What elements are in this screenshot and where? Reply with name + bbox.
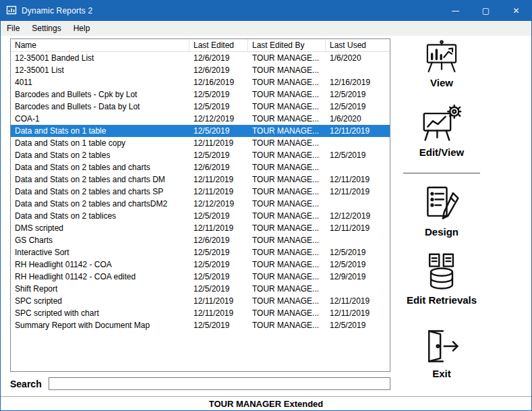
menubar: File Settings Help xyxy=(1,21,531,36)
cell-last-used: 1/6/2020 xyxy=(326,52,390,64)
view-button[interactable]: View xyxy=(423,39,460,88)
cell-last-used: 12/11/2019 xyxy=(326,173,390,186)
cell-last-edited: 12/6/2019 xyxy=(189,52,248,64)
table-row[interactable]: SPC scripted with chart 12/11/2019 TOUR … xyxy=(11,307,390,319)
column-header-last-edited[interactable]: Last Edited xyxy=(189,39,248,52)
cell-name: Data and Stats on 2 tablices xyxy=(11,210,189,222)
cell-last-edited-by: TOUR MANAGE... xyxy=(248,88,326,101)
cell-last-edited: 12/6/2019 xyxy=(189,234,248,246)
cell-last-edited: 12/5/2019 xyxy=(189,125,248,137)
cell-name: Summary Report with Document Map xyxy=(11,319,189,331)
report-list: Name Last Edited Last Edited By Last Use… xyxy=(10,38,390,372)
cell-name: 12-35001 Banded List xyxy=(11,52,189,64)
cell-last-used xyxy=(326,137,390,149)
edit-view-chart-gear-icon xyxy=(421,105,462,145)
cell-last-edited-by: TOUR MANAGE... xyxy=(248,307,326,319)
cell-name: SPC scripted with chart xyxy=(11,307,189,319)
table-row[interactable]: Barcodes and Bullets - Cpk by Lot 12/5/2… xyxy=(11,88,390,101)
table-row[interactable]: SPC scripted 12/11/2019 TOUR MANAGE... 1… xyxy=(11,295,390,307)
table-row[interactable]: Data and Stats on 1 table 12/5/2019 TOUR… xyxy=(11,125,390,137)
exit-label: Exit xyxy=(432,368,451,379)
cell-last-edited: 12/11/2019 xyxy=(189,222,248,234)
cell-last-edited: 12/5/2019 xyxy=(189,258,248,271)
window-title: Dynamic Reports 2 xyxy=(22,6,92,16)
edit-retrievals-database-icon xyxy=(421,252,462,293)
cell-last-used xyxy=(326,234,390,246)
edit-retrievals-button[interactable]: Edit Retrievals xyxy=(407,252,477,306)
cell-last-edited-by: TOUR MANAGE... xyxy=(248,64,326,76)
cell-last-edited-by: TOUR MANAGE... xyxy=(248,198,326,210)
search-row: Search xyxy=(10,377,390,390)
cell-last-edited-by: TOUR MANAGE... xyxy=(248,222,326,234)
edit-retrievals-label: Edit Retrievals xyxy=(407,294,477,306)
main-area: Name Last Edited Last Edited By Last Use… xyxy=(1,36,531,396)
table-row[interactable]: Summary Report with Document Map 12/5/20… xyxy=(11,319,390,331)
cell-name: Data and Stats on 2 tables and charts DM xyxy=(11,173,189,186)
status-text: TOUR MANAGER Extended xyxy=(209,399,324,409)
table-row[interactable]: Data and Stats on 2 tables 12/5/2019 TOU… xyxy=(11,149,390,161)
cell-name: RH Headlight 01142 - COA xyxy=(11,258,189,271)
cell-last-edited: 12/5/2019 xyxy=(189,319,248,331)
close-button[interactable]: ✕ xyxy=(501,1,531,21)
cell-last-used xyxy=(326,64,390,76)
table-row[interactable]: Data and Stats on 2 tables and charts SP… xyxy=(11,186,390,198)
table-row[interactable]: DMS scripted 12/11/2019 TOUR MANAGE... 1… xyxy=(11,222,390,234)
table-row[interactable]: 4011 12/16/2019 TOUR MANAGE... 12/16/201… xyxy=(11,76,390,88)
menu-file[interactable]: File xyxy=(1,21,26,35)
table-row[interactable]: Shift Report 12/5/2019 TOUR MANAGE... xyxy=(11,283,390,295)
menu-settings[interactable]: Settings xyxy=(26,21,67,35)
cell-last-edited-by: TOUR MANAGE... xyxy=(248,210,326,222)
table-row[interactable]: Data and Stats on 2 tables and chartsDM2… xyxy=(11,198,390,210)
cell-last-edited: 12/6/2019 xyxy=(189,161,248,173)
cell-name: Data and Stats on 2 tables xyxy=(11,149,189,161)
cell-last-used xyxy=(326,198,390,210)
table-row[interactable]: COA-1 12/12/2019 TOUR MANAGE... 1/6/2020 xyxy=(11,113,390,125)
table-row[interactable]: Interactive Sort 12/5/2019 TOUR MANAGE..… xyxy=(11,246,390,258)
cell-last-used: 12/5/2019 xyxy=(326,258,390,271)
cell-last-edited-by: TOUR MANAGE... xyxy=(248,52,326,64)
titlebar: Dynamic Reports 2 — ▢ ✕ xyxy=(1,1,531,21)
cell-last-used: 12/9/2019 xyxy=(326,271,390,283)
menu-help[interactable]: Help xyxy=(67,21,96,35)
table-row[interactable]: Data and Stats on 2 tablices 12/5/2019 T… xyxy=(11,210,390,222)
cell-name: GS Charts xyxy=(11,234,189,246)
cell-name: SPC scripted xyxy=(11,295,189,307)
cell-name: Interactive Sort xyxy=(11,246,189,258)
column-header-last-edited-by[interactable]: Last Edited By xyxy=(248,39,326,52)
cell-name: Data and Stats on 1 table xyxy=(11,125,189,137)
table-row[interactable]: Data and Stats on 2 tables and charts 12… xyxy=(11,161,390,173)
cell-last-edited: 12/16/2019 xyxy=(189,76,248,88)
table-row[interactable]: 12-35001 Banded List 12/6/2019 TOUR MANA… xyxy=(11,52,390,64)
cell-last-edited-by: TOUR MANAGE... xyxy=(248,283,326,295)
table-row[interactable]: Barcodes and Bullets - Data by Lot 12/5/… xyxy=(11,101,390,113)
minimize-button[interactable]: — xyxy=(440,1,471,21)
search-input[interactable] xyxy=(49,377,390,390)
action-divider xyxy=(403,173,480,173)
cell-last-edited-by: TOUR MANAGE... xyxy=(248,76,326,88)
cell-last-edited: 12/6/2019 xyxy=(189,64,248,76)
table-row[interactable]: Data and Stats on 1 table copy 12/11/201… xyxy=(11,137,390,149)
table-row[interactable]: GS Charts 12/6/2019 TOUR MANAGE... xyxy=(11,234,390,246)
column-header-name[interactable]: Name xyxy=(11,39,189,52)
cell-last-edited-by: TOUR MANAGE... xyxy=(248,258,326,271)
cell-last-edited-by: TOUR MANAGE... xyxy=(248,101,326,113)
table-row[interactable]: RH Headlight 01142 - COA 12/5/2019 TOUR … xyxy=(11,258,390,271)
exit-button[interactable]: Exit xyxy=(421,326,462,379)
table-row[interactable]: Data and Stats on 2 tables and charts DM… xyxy=(11,173,390,186)
cell-last-edited-by: TOUR MANAGE... xyxy=(248,319,326,331)
column-header-last-used[interactable]: Last Used xyxy=(326,39,390,52)
maximize-button[interactable]: ▢ xyxy=(471,1,501,21)
design-label: Design xyxy=(425,226,459,238)
table-row[interactable]: RH Headlight 01142 - COA edited 12/5/201… xyxy=(11,271,390,283)
design-button[interactable]: Design xyxy=(421,184,462,238)
cell-last-edited-by: TOUR MANAGE... xyxy=(248,125,326,137)
cell-last-edited: 12/11/2019 xyxy=(189,295,248,307)
cell-last-edited-by: TOUR MANAGE... xyxy=(248,271,326,283)
table-row[interactable]: 12-35001 List 12/6/2019 TOUR MANAGE... xyxy=(11,64,390,76)
view-label: View xyxy=(430,77,453,88)
cell-last-used: 12/5/2019 xyxy=(326,88,390,101)
cell-name: 4011 xyxy=(11,76,189,88)
view-chart-easel-icon xyxy=(423,39,460,76)
action-panel: View xyxy=(397,36,486,396)
edit-view-button[interactable]: Edit/View xyxy=(419,105,464,158)
